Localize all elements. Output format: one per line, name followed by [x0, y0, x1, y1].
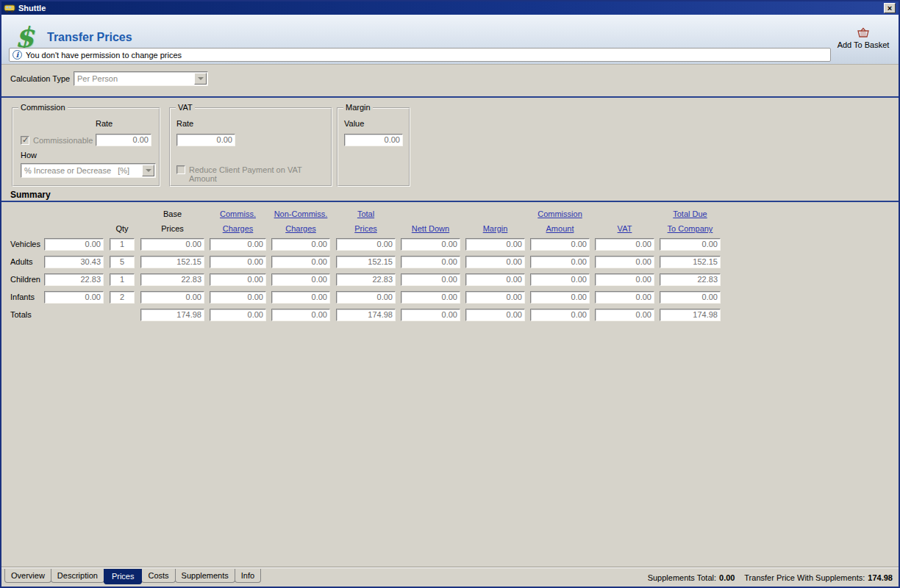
tab-info[interactable]: Info	[235, 569, 261, 583]
row-label: Totals	[10, 309, 32, 321]
margin-total-field: 0.00	[465, 309, 525, 321]
total-prices-field: 22.83	[336, 273, 396, 286]
transfer-price-value: 174.98	[868, 573, 893, 582]
header-noncommiss-charges[interactable]: Non-Commiss.	[271, 209, 330, 220]
base-prices-field: 0.00	[140, 291, 204, 304]
commission-amount-field: 0.00	[530, 291, 590, 304]
base-prices-field: 22.83	[140, 273, 204, 286]
nett-down-total-field: 0.00	[401, 309, 460, 321]
qty-field: 1	[110, 273, 135, 286]
header-base: Base	[140, 209, 204, 220]
add-to-basket-button[interactable]: Add To Basket	[835, 27, 892, 49]
header-commiss-charges[interactable]: Commiss.	[210, 209, 266, 220]
divider-summary	[1, 201, 899, 202]
transfer-price-label: Transfer Price With Supplements:	[744, 573, 865, 582]
total-due-field: 152.15	[660, 256, 721, 268]
qty-field: 5	[110, 256, 135, 268]
nett-down-field: 0.00	[401, 273, 460, 286]
margin-value-label: Value	[344, 119, 364, 128]
header-total-due-2[interactable]: To Company	[660, 223, 721, 234]
header-commiss-charges-2[interactable]: Charges	[210, 223, 266, 234]
tab-prices[interactable]: Prices	[104, 569, 143, 584]
total-prices-field: 0.00	[336, 291, 396, 304]
header-commission-amount-2[interactable]: Amount	[530, 223, 590, 234]
page-title: Transfer Prices	[47, 31, 132, 44]
price-field: 0.00	[44, 238, 104, 251]
chevron-down-icon	[194, 73, 207, 85]
reduce-client-payment-label: Reduce Client Payment on VAT Amount	[189, 165, 331, 183]
nett-down-field: 0.00	[401, 291, 460, 304]
shuttle-app-icon	[4, 4, 15, 13]
commission-how-value: % Increase or Decrease [%]	[21, 166, 142, 175]
total-prices-field: 152.15	[336, 256, 396, 268]
status-summary: Supplements Total:0.00 Transfer Price Wi…	[648, 573, 893, 582]
header-margin[interactable]: Margin	[465, 223, 525, 234]
header-vat[interactable]: VAT	[595, 223, 654, 234]
non-commiss-charges-field: 0.00	[271, 291, 330, 304]
basket-icon	[856, 30, 871, 39]
commission-amount-field: 0.00	[530, 256, 590, 268]
vat-group: VAT Rate 0.00 Reduce Client Payment on V…	[169, 107, 332, 187]
shuttle-window: Shuttle × $ Transfer Prices Add To Baske…	[0, 0, 900, 588]
commission-group: Commission Rate Commissionable 0.00 How …	[12, 107, 160, 187]
commiss-charges-field: 0.00	[210, 273, 266, 286]
commission-rate-field: 0.00	[96, 134, 151, 146]
supplements-total-value: 0.00	[719, 573, 735, 582]
nett-down-field: 0.00	[401, 238, 460, 251]
vat-field: 0.00	[595, 256, 654, 268]
close-icon[interactable]: ×	[884, 3, 896, 13]
commissionable-label: Commissionable	[33, 136, 93, 145]
vat-group-title: VAT	[176, 103, 195, 112]
total-prices-total-field: 174.98	[336, 309, 396, 321]
supplements-total-label: Supplements Total:	[648, 573, 716, 582]
calculation-type-select: Per Person	[74, 71, 208, 86]
title-bar: Shuttle ×	[1, 1, 899, 15]
row-label: Adults	[10, 256, 33, 268]
header-total-due[interactable]: Total Due	[660, 209, 721, 220]
total-due-field: 0.00	[660, 291, 721, 304]
total-due-field: 22.83	[660, 273, 721, 286]
base-prices-total-field: 174.98	[140, 309, 204, 321]
base-prices-field: 152.15	[140, 256, 204, 268]
vat-field: 0.00	[595, 238, 654, 251]
commission-how-label: How	[21, 151, 37, 159]
row-label: Children	[10, 273, 40, 286]
chevron-down-icon	[142, 165, 154, 176]
total-due-field: 0.00	[660, 238, 721, 251]
total-due-total-field: 174.98	[660, 309, 721, 321]
tab-supplements[interactable]: Supplements	[175, 569, 235, 583]
total-prices-field: 0.00	[336, 238, 396, 251]
window-title: Shuttle	[18, 4, 46, 12]
vat-field: 0.00	[595, 273, 654, 286]
tab-description[interactable]: Description	[51, 569, 104, 583]
header: $ Transfer Prices Add To Basket i You do…	[1, 15, 899, 65]
price-field: 0.00	[44, 291, 104, 304]
tab-bar: Overview Description Prices Costs Supple…	[1, 567, 899, 587]
reduce-client-payment-checkbox	[176, 165, 185, 174]
row-label: Vehicles	[10, 238, 40, 251]
base-prices-field: 0.00	[140, 238, 204, 251]
summary-title: Summary	[10, 190, 51, 200]
header-commission-amount[interactable]: Commission	[530, 209, 590, 220]
margin-field: 0.00	[465, 273, 525, 286]
vat-total-field: 0.00	[595, 309, 654, 321]
commission-how-select: % Increase or Decrease [%]	[21, 163, 156, 178]
non-commiss-charges-total-field: 0.00	[271, 309, 330, 321]
info-icon: i	[12, 50, 22, 60]
header-nett-down[interactable]: Nett Down	[401, 223, 460, 234]
header-total-prices-2[interactable]: Prices	[336, 223, 396, 234]
non-commiss-charges-field: 0.00	[271, 256, 330, 268]
tab-overview[interactable]: Overview	[4, 569, 51, 583]
vat-field: 0.00	[595, 291, 654, 304]
qty-field: 1	[110, 238, 135, 251]
header-noncommiss-charges-2[interactable]: Charges	[271, 223, 330, 234]
header-total-prices[interactable]: Total	[336, 209, 396, 220]
commission-amount-field: 0.00	[530, 273, 590, 286]
tab-costs[interactable]: Costs	[141, 569, 175, 583]
qty-field: 2	[110, 291, 135, 304]
add-to-basket-label: Add To Basket	[835, 40, 892, 49]
commiss-charges-field: 0.00	[210, 238, 266, 251]
row-label: Infants	[10, 291, 35, 304]
commission-amount-total-field: 0.00	[530, 309, 590, 321]
non-commiss-charges-field: 0.00	[271, 238, 330, 251]
